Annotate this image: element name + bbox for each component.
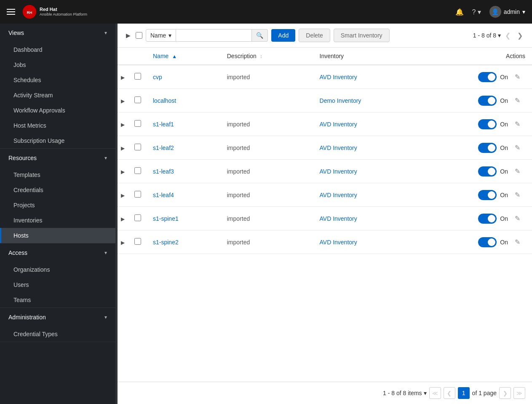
row-checkbox[interactable] [134,167,141,174]
host-name-link[interactable]: s1-spine1 [153,215,179,222]
row-expand-button[interactable]: ▶ [121,216,125,222]
row-expand-button[interactable]: ▶ [121,169,125,175]
inventory-link[interactable]: Demo Inventory [320,97,361,104]
edit-button[interactable]: ✎ [511,95,524,106]
host-enabled-toggle[interactable] [478,237,497,247]
host-enabled-toggle-container: On [478,166,508,177]
col-description-header[interactable]: Description ↕ [220,48,313,65]
filter-input[interactable] [176,29,252,42]
inventory-link[interactable]: AVD Inventory [320,239,357,246]
row-expand-button[interactable]: ▶ [121,145,125,151]
host-enabled-toggle[interactable] [478,119,497,129]
footer-pagination-dropdown-icon[interactable]: ▾ [424,390,427,396]
sidebar-item-jobs[interactable]: Jobs [0,57,115,72]
sidebar-section-administration-label: Administration [8,314,46,321]
sidebar-item-schedules[interactable]: Schedules [0,72,115,88]
host-name-link[interactable]: localhost [153,97,176,104]
main-content: ▶ Name ▾ 🔍 Add Delete Smart Inventory 1 … [118,24,532,404]
pagination-dropdown-icon[interactable]: ▾ [498,32,501,39]
edit-button[interactable]: ✎ [511,71,524,83]
row-checkbox[interactable] [134,191,141,198]
host-name-link[interactable]: s1-leaf2 [153,144,174,151]
row-expand-button[interactable]: ▶ [121,75,125,80]
sidebar-item-dashboard[interactable]: Dashboard [0,42,115,57]
row-checkbox[interactable] [134,144,141,150]
edit-button[interactable]: ✎ [511,236,524,248]
expand-all-button[interactable]: ▶ [124,30,132,40]
smart-inventory-button[interactable]: Smart Inventory [334,29,390,42]
help-icon[interactable]: ? ▾ [472,8,481,16]
add-button[interactable]: Add [271,29,295,42]
sidebar-item-subscription-usage[interactable]: Subscription Usage [0,133,115,148]
search-button[interactable]: 🔍 [252,29,268,42]
hamburger-menu[interactable] [7,9,15,15]
row-checkbox[interactable] [134,238,141,245]
inventory-link[interactable]: AVD Inventory [320,121,357,128]
inventory-link[interactable]: AVD Inventory [320,192,357,198]
footer-first-page-button[interactable]: ≪ [429,387,441,399]
sidebar-item-hosts[interactable]: Hosts [0,228,115,243]
sidebar-item-host-metrics[interactable]: Host Metrics [0,118,115,133]
sidebar-item-projects[interactable]: Projects [0,198,115,213]
edit-button[interactable]: ✎ [511,213,524,224]
delete-button[interactable]: Delete [299,29,330,42]
filter-type-select[interactable]: Name ▾ [146,29,176,42]
row-expand-button[interactable]: ▶ [121,98,125,104]
sidebar-section-administration-header[interactable]: Administration ▾ [0,308,115,326]
sidebar-item-inventories[interactable]: Inventories [0,213,115,228]
host-enabled-toggle[interactable] [478,190,497,200]
sidebar-item-templates[interactable]: Templates [0,167,115,182]
notification-icon[interactable]: 🔔 [455,8,464,16]
host-enabled-toggle[interactable] [478,143,497,153]
hosts-table: Name ▲ Description ↕ Inventory Actions [118,48,532,254]
edit-button[interactable]: ✎ [511,142,524,153]
edit-button[interactable]: ✎ [511,189,524,201]
row-checkbox[interactable] [134,214,141,221]
name-sort-icon: ▲ [172,54,177,59]
sidebar-section-access-header[interactable]: Access ▾ [0,243,115,262]
inventory-link[interactable]: AVD Inventory [320,74,357,80]
sidebar-item-teams[interactable]: Teams [0,292,115,308]
sidebar-administration-items: Credential Types [0,326,115,342]
sidebar-item-workflow-approvals[interactable]: Workflow Approvals [0,103,115,118]
sidebar-item-users[interactable]: Users [0,277,115,292]
sidebar-item-credentials[interactable]: Credentials [0,182,115,198]
host-name-link[interactable]: s1-leaf3 [153,168,174,175]
row-checkbox[interactable] [134,73,141,80]
row-checkbox[interactable] [134,96,141,103]
pagination-prev-button[interactable]: ❮ [503,31,513,40]
pagination-info: 1 - 8 of 8 ▾ ❮ ❯ [473,31,525,40]
footer-last-page-button[interactable]: ≫ [513,387,525,399]
sidebar-item-organizations[interactable]: Organizations [0,262,115,277]
host-name-link[interactable]: s1-leaf1 [153,121,174,128]
user-menu[interactable]: 👤 admin ▾ [489,6,525,18]
sidebar-item-label: Templates [13,171,40,178]
inventory-link[interactable]: AVD Inventory [320,215,357,222]
row-expand-button[interactable]: ▶ [121,193,125,198]
sidebar-item-activity-stream[interactable]: Activity Stream [0,88,115,103]
sidebar-section-views-header[interactable]: Views ▾ [0,24,115,42]
edit-button[interactable]: ✎ [511,118,524,130]
row-expand-button[interactable]: ▶ [121,122,125,128]
row-expand-button[interactable]: ▶ [121,240,125,246]
footer-prev-page-button[interactable]: ❮ [444,387,455,399]
sidebar-item-credential-types[interactable]: Credential Types [0,326,115,342]
host-name-link[interactable]: s1-leaf4 [153,192,174,198]
row-checkbox[interactable] [134,120,141,127]
inventory-link[interactable]: AVD Inventory [320,144,357,151]
svg-text:RH: RH [27,11,32,15]
edit-button[interactable]: ✎ [511,166,524,177]
host-enabled-toggle[interactable] [478,214,497,224]
select-all-checkbox[interactable] [136,32,142,39]
col-name-header[interactable]: Name ▲ [146,48,220,65]
host-name-link[interactable]: s1-spine2 [153,239,179,246]
sidebar-section-resources-header[interactable]: Resources ▾ [0,149,115,167]
host-name-link[interactable]: cvp [153,74,162,80]
host-enabled-toggle[interactable] [478,96,497,106]
inventory-link[interactable]: AVD Inventory [320,168,357,175]
footer-next-page-button[interactable]: ❯ [499,387,511,399]
host-enabled-toggle[interactable] [478,72,497,82]
host-enabled-toggle[interactable] [478,166,497,177]
host-description: imported [227,121,250,128]
pagination-next-button[interactable]: ❯ [515,31,525,40]
